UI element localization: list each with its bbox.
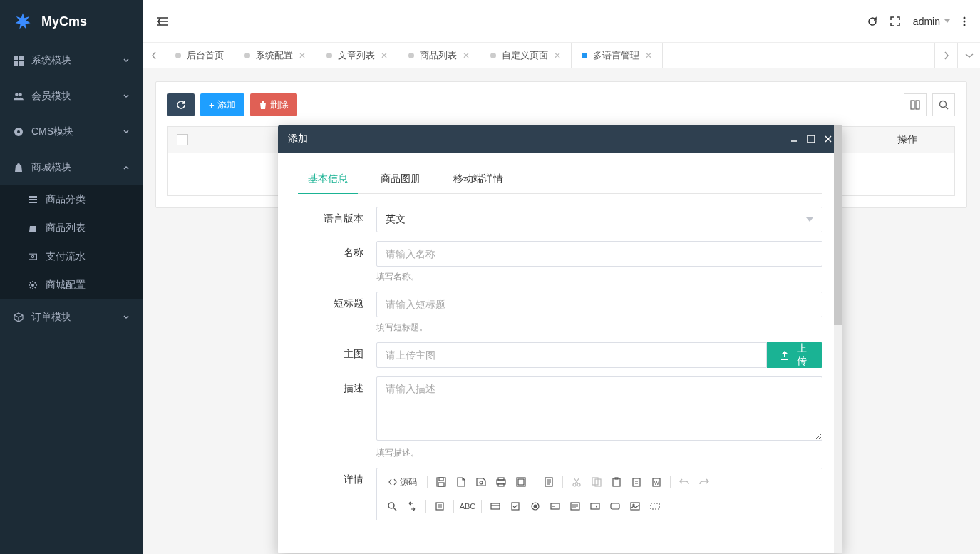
nav-system-module[interactable]: 系统模块 bbox=[0, 43, 143, 78]
tab-custom-page[interactable]: 自定义页面✕ bbox=[480, 43, 572, 68]
editor-selectall-button[interactable] bbox=[430, 497, 449, 515]
upload-label: 上传 bbox=[794, 342, 810, 368]
modal-maximize-button[interactable] bbox=[807, 135, 815, 143]
toolbar: +添加 删除 bbox=[167, 93, 955, 116]
tab-close-button[interactable]: ✕ bbox=[463, 51, 470, 61]
tab-close-button[interactable]: ✕ bbox=[554, 51, 561, 61]
editor-textfield-button[interactable] bbox=[546, 497, 564, 515]
editor-cut-button[interactable] bbox=[567, 473, 586, 491]
add-modal: 添加 基本信息 商品图册 移动端详情 语言版本 英文 名称 填写名称。 bbox=[278, 125, 842, 553]
bag-icon bbox=[13, 163, 24, 173]
editor-paste-button[interactable] bbox=[607, 473, 626, 491]
modal-scrollbar[interactable] bbox=[834, 125, 842, 553]
tab-label: 文章列表 bbox=[338, 49, 375, 62]
svg-rect-27 bbox=[498, 483, 504, 486]
tab-goods-album[interactable]: 商品图册 bbox=[371, 165, 430, 193]
subnav-mall-config[interactable]: 商城配置 bbox=[0, 271, 143, 299]
select-all-checkbox[interactable] bbox=[177, 134, 188, 145]
editor-undo-button[interactable] bbox=[675, 473, 693, 491]
field-name: 名称 填写名称。 bbox=[298, 241, 822, 283]
tab-mobile-detail[interactable]: 移动端详情 bbox=[443, 165, 513, 193]
nav-member-module[interactable]: 会员模块 bbox=[0, 78, 143, 114]
tabs-scroll-left[interactable] bbox=[143, 43, 165, 68]
tab-multilang[interactable]: 多语言管理✕ bbox=[572, 43, 663, 68]
refresh-table-button[interactable] bbox=[167, 93, 195, 116]
tab-basic-info[interactable]: 基本信息 bbox=[298, 165, 358, 194]
more-menu-button[interactable] bbox=[963, 16, 966, 26]
editor-preview-button[interactable] bbox=[472, 473, 490, 491]
editor-form-button[interactable] bbox=[486, 497, 505, 515]
input-short-title[interactable] bbox=[376, 292, 822, 317]
editor-button-button[interactable] bbox=[606, 497, 624, 515]
editor-checkbox-button[interactable] bbox=[506, 497, 525, 515]
editor-save-button[interactable] bbox=[432, 473, 450, 491]
svg-rect-49 bbox=[611, 503, 619, 509]
search-button[interactable] bbox=[932, 93, 955, 116]
nav-cms-module[interactable]: CMS模块 bbox=[0, 114, 143, 150]
tab-article-list[interactable]: 文章列表✕ bbox=[316, 43, 398, 68]
logo[interactable]: MyCms bbox=[0, 0, 143, 43]
scrollbar-thumb[interactable] bbox=[834, 125, 842, 325]
columns-button[interactable] bbox=[904, 93, 927, 116]
editor-redo-button[interactable] bbox=[695, 473, 713, 491]
tab-close-button[interactable]: ✕ bbox=[299, 51, 306, 61]
tab-system-config[interactable]: 系统配置✕ bbox=[234, 43, 316, 68]
modal-close-button[interactable] bbox=[824, 135, 832, 143]
editor-doc-button[interactable] bbox=[540, 473, 558, 491]
tab-dashboard[interactable]: 后台首页 bbox=[165, 43, 234, 68]
input-name[interactable] bbox=[376, 241, 822, 267]
refresh-button[interactable] bbox=[867, 16, 877, 26]
modal-header[interactable]: 添加 bbox=[278, 125, 842, 153]
add-button[interactable]: +添加 bbox=[200, 93, 244, 116]
modal-minimize-button[interactable] bbox=[790, 135, 798, 143]
chevron-down-icon bbox=[123, 93, 130, 100]
tab-close-button[interactable]: ✕ bbox=[645, 51, 652, 61]
nav-order-module[interactable]: 订单模块 bbox=[0, 299, 143, 335]
sidebar-toggle-button[interactable] bbox=[157, 16, 168, 26]
input-main-image[interactable] bbox=[376, 342, 767, 368]
cube-icon bbox=[13, 312, 24, 322]
subnav-payment-flow[interactable]: 支付流水 bbox=[0, 242, 143, 271]
tab-goods-list[interactable]: 商品列表✕ bbox=[398, 43, 480, 68]
svg-point-16 bbox=[964, 24, 966, 26]
tabs-dropdown[interactable] bbox=[957, 43, 980, 68]
upload-button[interactable]: 上传 bbox=[767, 342, 822, 368]
select-language[interactable]: 英文 bbox=[376, 207, 822, 232]
editor-hidden-button[interactable] bbox=[646, 497, 664, 515]
delete-button[interactable]: 删除 bbox=[250, 93, 297, 116]
editor-paste-word-button[interactable]: W bbox=[647, 473, 666, 491]
editor-newpage-button[interactable] bbox=[452, 473, 470, 491]
editor-find-button[interactable] bbox=[383, 497, 401, 515]
subnav-goods-list[interactable]: 商品列表 bbox=[0, 214, 143, 242]
editor-select-button[interactable] bbox=[586, 497, 604, 515]
fullscreen-button[interactable] bbox=[890, 16, 900, 26]
triangle-down-icon bbox=[944, 19, 950, 23]
editor-paste-text-button[interactable] bbox=[627, 473, 646, 491]
editor-replace-button[interactable] bbox=[403, 497, 421, 515]
subnav-goods-category[interactable]: 商品分类 bbox=[0, 185, 143, 214]
svg-rect-3 bbox=[19, 61, 24, 66]
textarea-description[interactable] bbox=[376, 376, 822, 441]
user-menu[interactable]: admin bbox=[913, 16, 950, 27]
editor-textarea-button[interactable] bbox=[566, 497, 584, 515]
editor-templates-button[interactable] bbox=[512, 473, 530, 491]
users-icon bbox=[13, 91, 24, 101]
svg-rect-2 bbox=[14, 61, 18, 66]
tabs-scroll-right[interactable] bbox=[934, 43, 957, 68]
svg-rect-22 bbox=[439, 478, 443, 481]
tab-dot-icon bbox=[582, 53, 587, 58]
editor-source-button[interactable]: 源码 bbox=[383, 473, 423, 491]
svg-rect-8 bbox=[29, 196, 37, 198]
tab-label: 系统配置 bbox=[256, 49, 293, 62]
editor-radio-button[interactable] bbox=[526, 497, 545, 515]
hint-short-title: 填写短标题。 bbox=[376, 322, 822, 334]
editor-spellcheck-button[interactable]: ABC bbox=[458, 497, 477, 515]
nav-mall-module[interactable]: 商城模块 bbox=[0, 150, 143, 185]
editor-print-button[interactable] bbox=[492, 473, 510, 491]
tab-close-button[interactable]: ✕ bbox=[381, 51, 388, 61]
editor-copy-button[interactable] bbox=[587, 473, 606, 491]
tab-dot-icon bbox=[175, 53, 181, 58]
chevron-up-icon bbox=[123, 164, 130, 171]
editor-image-button[interactable] bbox=[626, 497, 644, 515]
plus-icon: + bbox=[209, 100, 215, 111]
